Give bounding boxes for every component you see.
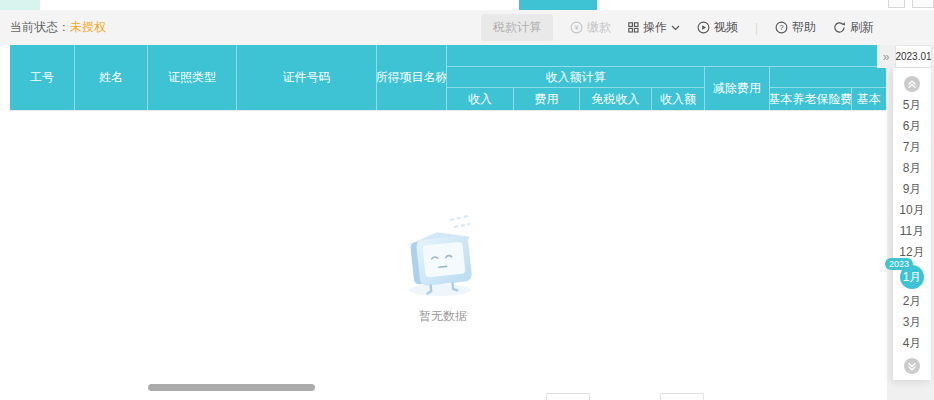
grid-icon xyxy=(628,22,639,33)
refresh-icon xyxy=(833,21,846,34)
question-circle-icon: ? xyxy=(775,21,788,34)
column-header-pension-insurance: 基本养老保险费 xyxy=(770,88,852,110)
group-header-income-calc: 收入额计算 xyxy=(447,67,705,88)
column-header-fee: 费用 xyxy=(514,88,580,110)
teal-tab-fragment xyxy=(519,0,597,10)
cutoff-button-fragment xyxy=(546,393,590,400)
tax-calc-button[interactable]: 税款计算 xyxy=(481,14,553,41)
operate-label: 操作 xyxy=(643,19,667,36)
empty-box-illustration xyxy=(388,210,498,298)
column-header-name: 姓名 xyxy=(75,45,148,110)
chevron-down-icon xyxy=(671,25,680,31)
status-label: 当前状态： xyxy=(10,20,70,34)
column-header-income: 收入 xyxy=(447,88,514,110)
play-circle-icon xyxy=(697,21,710,34)
pay-button[interactable]: ¥ 缴款 xyxy=(570,19,611,36)
pay-label: 缴款 xyxy=(587,19,611,36)
month-item[interactable]: 11月 xyxy=(893,221,931,242)
collapse-panel-button[interactable]: » xyxy=(877,45,895,68)
video-label: 视频 xyxy=(714,19,738,36)
cutoff-button-fragment xyxy=(660,393,704,400)
refresh-button[interactable]: 刷新 xyxy=(833,19,874,36)
svg-text:¥: ¥ xyxy=(574,23,579,32)
period-display[interactable]: 2023.01 xyxy=(895,45,932,68)
month-item-selected[interactable]: 2023 1月 xyxy=(900,265,924,289)
window-control-fragment xyxy=(912,0,934,8)
month-item[interactable]: 4月 xyxy=(893,333,931,354)
column-header-id-type: 证照类型 xyxy=(148,45,237,110)
toolbar-actions: 税款计算 ¥ 缴款 操作 视频 | ? 帮助 xyxy=(481,14,874,41)
video-button[interactable]: 视频 xyxy=(697,19,738,36)
group-header-insurance xyxy=(770,67,886,88)
month-item[interactable]: 9月 xyxy=(893,179,931,200)
month-item[interactable]: 8月 xyxy=(893,158,931,179)
month-panel: 5月 6月 7月 8月 9月 10月 11月 12月 2023 1月 2月 3月… xyxy=(893,68,931,380)
top-strip xyxy=(0,0,934,10)
column-header-income-item: 所得项目名称 xyxy=(377,45,447,110)
horizontal-scrollbar-thumb[interactable] xyxy=(148,384,315,391)
scroll-months-up-button[interactable] xyxy=(904,76,920,92)
column-header-income-amount: 收入额 xyxy=(652,88,705,110)
double-chevron-up-icon xyxy=(907,80,917,89)
svg-text:?: ? xyxy=(779,23,784,32)
empty-state: 暂无数据 xyxy=(383,210,503,325)
refresh-label: 刷新 xyxy=(850,19,874,36)
column-header-id-number: 证件号码 xyxy=(237,45,377,110)
main-content: 工号 姓名 证照类型 证件号码 所得项目名称 收入额计算 减除费用 收入 费用 … xyxy=(0,45,934,400)
toolbar-divider: | xyxy=(755,21,758,35)
double-chevron-right-icon: » xyxy=(883,50,890,64)
toolbar: 当前状态：未授权 税款计算 ¥ 缴款 操作 视频 | xyxy=(0,10,934,45)
month-item[interactable]: 5月 xyxy=(893,95,931,116)
current-status: 当前状态：未授权 xyxy=(10,19,106,36)
operate-dropdown[interactable]: 操作 xyxy=(628,19,680,36)
double-chevron-down-icon xyxy=(907,362,917,371)
month-list: 5月 6月 7月 8月 9月 10月 11月 12月 2023 1月 2月 3月… xyxy=(893,95,931,355)
selected-month-label: 1月 xyxy=(903,270,922,284)
status-value: 未授权 xyxy=(70,20,106,34)
month-item[interactable]: 2月 xyxy=(893,291,931,312)
column-header-employee-id: 工号 xyxy=(10,45,75,110)
help-label: 帮助 xyxy=(792,19,816,36)
table-header: 工号 姓名 证照类型 证件号码 所得项目名称 收入额计算 减除费用 收入 费用 … xyxy=(10,45,886,110)
year-badge: 2023 xyxy=(885,258,913,270)
month-item[interactable]: 3月 xyxy=(893,312,931,333)
window-control-fragment xyxy=(888,0,905,8)
yuan-circle-icon: ¥ xyxy=(570,21,583,34)
help-button[interactable]: ? 帮助 xyxy=(775,19,816,36)
column-header-deduction: 减除费用 xyxy=(705,67,770,110)
header-top-band xyxy=(447,45,886,67)
month-item[interactable]: 10月 xyxy=(893,200,931,221)
month-item[interactable]: 6月 xyxy=(893,116,931,137)
column-header-medical-insurance-clipped: 基本 xyxy=(852,88,886,110)
month-item[interactable]: 7月 xyxy=(893,137,931,158)
mint-tab-fragment xyxy=(0,0,40,10)
empty-state-text: 暂无数据 xyxy=(383,308,503,325)
scroll-months-down-button[interactable] xyxy=(904,358,920,374)
column-header-tax-free-income: 免税收入 xyxy=(580,88,652,110)
